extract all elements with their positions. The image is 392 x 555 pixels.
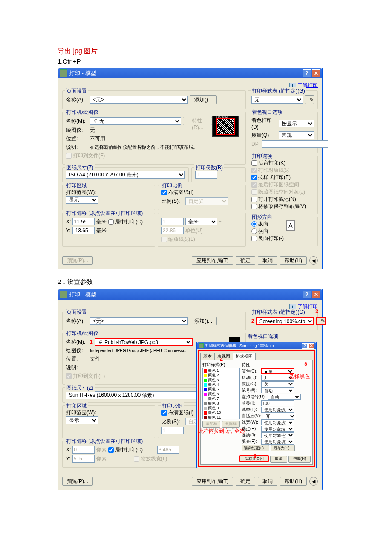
label: 隐藏图纸空间对象(J) (258, 188, 305, 196)
prop-input[interactable] (261, 400, 294, 406)
style-table-select[interactable]: 无 (251, 96, 303, 104)
label: 位置: (66, 135, 88, 142)
label: 最后打印图纸空间 (258, 181, 299, 188)
label: 纵向 (258, 220, 268, 228)
value: 不可用 (90, 135, 105, 142)
label: 比例(S): (161, 418, 184, 425)
unit-select[interactable]: 毫米 (185, 218, 217, 225)
value: 在选择新的绘图仪配置名称之前，不能打印该布局。 (90, 144, 198, 150)
tab-basic[interactable]: 基本 (200, 353, 215, 360)
collapse-icon[interactable]: ◀ (309, 256, 318, 265)
fs-title: 打印偏移 (原点设置在可打印区域) (65, 210, 144, 217)
shade-select[interactable]: 按显示 (279, 120, 314, 127)
style-editor-window: 打印样式表编辑器 - Screening 100%.ctb ? ✕ 基本表视图格… (196, 342, 317, 468)
edit-lw-button[interactable]: 编辑线宽(L)... (242, 445, 269, 451)
quality-select[interactable]: 常规 (279, 131, 314, 139)
printer-select[interactable]: 🖨 无 (90, 117, 181, 125)
y-input[interactable] (72, 227, 95, 234)
ok-button[interactable]: 确定 (236, 477, 255, 486)
add-button[interactable]: 添加()... (190, 317, 217, 325)
range-select[interactable]: 显示 (66, 416, 98, 424)
x-input[interactable] (72, 218, 95, 225)
add-button[interactable]: 添加()... (190, 95, 217, 104)
prop-select[interactable]: 使用对象端点样式 (261, 426, 294, 432)
portrait-radio[interactable] (251, 221, 257, 227)
reverse-check[interactable] (251, 236, 257, 241)
landscape-radio[interactable] (251, 228, 257, 234)
help-button[interactable]: ? (303, 291, 311, 298)
prop-select[interactable]: 使用对象线型 (261, 407, 294, 413)
fit-check[interactable] (161, 410, 167, 416)
close-button[interactable]: ✕ (312, 291, 320, 298)
help-button[interactable]: ? (303, 69, 311, 77)
close-button[interactable]: ✕ (312, 69, 320, 77)
close-button[interactable]: ✕ (308, 343, 314, 349)
edit-style-button[interactable]: ✎ (316, 317, 326, 325)
prop-select[interactable]: 使用对象线宽 (261, 419, 294, 425)
prop-select[interactable]: 自动 (268, 394, 301, 400)
label-name: 名称(A): (66, 96, 88, 104)
opt-check[interactable] (251, 160, 257, 166)
fs-style-table: 打印样式表 (笔指定)(G) 3 2Screening 100%.ctb✎ (248, 312, 318, 330)
label: 布满图纸(I) (168, 189, 193, 196)
fs-title: 图纸尺寸(Z) (65, 164, 95, 171)
add-style-button: 添加样式(A) (202, 421, 220, 428)
fs-title: 打印比例 (161, 402, 184, 410)
paper-size-select[interactable]: Sun Hi-Res (1600.00 x 1280.00 像素) (66, 391, 215, 399)
tab-table[interactable]: 表视图 (214, 353, 233, 360)
opt-check[interactable] (251, 204, 257, 209)
unit: 毫米 (96, 227, 107, 234)
center-check[interactable] (108, 219, 114, 225)
help-button[interactable]: 帮助(H) (280, 477, 307, 486)
help-button[interactable]: ? (302, 343, 308, 349)
prop-select[interactable]: 开 (263, 413, 296, 419)
opt-check[interactable] (251, 197, 257, 202)
help-button[interactable]: 帮助(H) (288, 456, 311, 462)
label: 灰度(G): (242, 381, 259, 387)
page-setup-select[interactable]: <无> (90, 96, 188, 104)
page-setup-select[interactable]: <无> (90, 317, 188, 325)
apply-button[interactable]: 应用到布局(T) (192, 477, 233, 486)
dpi-input (262, 140, 328, 148)
label: 打印到文件(F) (73, 152, 105, 159)
print-dialog-2: 打印 - 模型 ? ✕ i 了解打印 页面设置 名称(A): <无> 添加().… (58, 289, 323, 490)
color-list[interactable]: 颜色 1颜色 2颜色 3颜色 4颜色 5颜色 6颜色 7颜色 8颜色 9颜色 1… (202, 368, 240, 419)
paper-size-select[interactable]: ISO A4 (210.00 x 297.00 毫米) (66, 171, 185, 179)
annotation-2: 2 (251, 318, 254, 324)
label: 按样式打印(E) (258, 174, 291, 181)
fs-title: 打印份数(B) (194, 164, 224, 171)
range-select[interactable]: 显示 (66, 196, 98, 204)
label: 端点(E): (242, 426, 259, 432)
fs-title: 打印样式表 (笔指定)(G) (251, 87, 306, 95)
fit-check[interactable] (161, 190, 167, 195)
opt-check (251, 168, 257, 173)
label: Y: (66, 228, 71, 234)
prop-select[interactable]: 关 (261, 381, 294, 387)
prop-select[interactable]: 使用对象填充样式 (261, 439, 294, 445)
apply-button[interactable]: 应用到布局(T) (192, 256, 233, 265)
x-input (72, 446, 95, 454)
cancel-button[interactable]: 取消 (258, 477, 277, 486)
help-button[interactable]: 帮助(H) (280, 256, 307, 265)
label: 线宽(W): (242, 419, 259, 425)
label: 抖动(D): (242, 375, 259, 381)
cancel-button[interactable]: 取消 (270, 456, 287, 462)
saveas-button[interactable]: 另存为(S)... (271, 445, 295, 451)
prop-select[interactable]: 使用对象连接样式 (261, 432, 294, 438)
printer-select[interactable]: 🖨 PublishToWeb JPG.pc3 (95, 338, 193, 346)
tab-format[interactable]: 格式视图 (233, 353, 256, 360)
opt-check[interactable] (251, 175, 257, 180)
fs-title: 打印选项 (251, 153, 274, 160)
shaded-label: 着色视口选项 (248, 333, 318, 340)
cancel-button[interactable]: 取消 (258, 256, 277, 265)
fs-paper: 图纸尺寸(Z) Sun Hi-Res (1600.00 x 1280.00 像素… (62, 387, 219, 403)
style-table-select[interactable]: Screening 100%.ctb (256, 317, 314, 325)
fs-paper: 图纸尺寸(Z) ISO A4 (210.00 x 297.00 毫米) (62, 167, 189, 182)
ok-button[interactable]: 确定 (236, 256, 255, 265)
preview-button[interactable]: 预览(P)... (62, 477, 93, 486)
prop-select[interactable]: 自动 (261, 387, 294, 393)
collapse-icon[interactable]: ◀ (309, 477, 318, 486)
center-check[interactable] (108, 447, 114, 453)
fs-offset: 打印偏移 (原点设置在可打印区域) X:毫米 居中打印(C) Y:毫米 (62, 213, 155, 247)
edit-style-button[interactable]: ✎ (305, 95, 314, 104)
